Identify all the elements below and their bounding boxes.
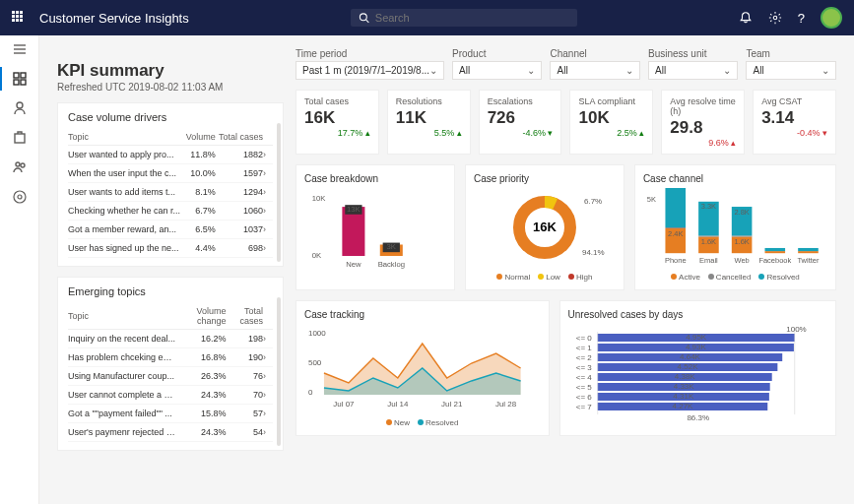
bell-icon[interactable]	[739, 11, 753, 25]
priority-title: Case priority	[474, 173, 616, 184]
table-row[interactable]: User cannot complete a p...24.3%70›	[68, 386, 273, 405]
app-launcher-icon[interactable]	[12, 11, 26, 25]
svg-text:<= 2: <= 2	[575, 353, 592, 362]
nav-dashboard[interactable]	[12, 71, 28, 87]
kpi-card[interactable]: Total cases 16K 17.7% ▴	[296, 90, 379, 155]
table-cell: 54	[227, 423, 263, 442]
table-row[interactable]: Inquiry on the recent deal...16.2%198›	[68, 330, 273, 348]
legend-item: Normal	[496, 273, 530, 282]
filter-select-product[interactable]: All⌄	[452, 61, 543, 80]
kpi-delta: 2.5% ▴	[578, 128, 644, 138]
search-box[interactable]	[351, 9, 577, 27]
table-row[interactable]: Got a member reward, an...6.5%1037›	[68, 220, 273, 239]
kpi-label: Avg resolve time (h)	[670, 96, 736, 116]
filter-select-team[interactable]: All⌄	[746, 61, 836, 80]
legend-item: Active	[671, 273, 700, 282]
table-cell: 1060	[216, 202, 263, 220]
hamburger-icon[interactable]	[12, 41, 28, 57]
unresolved-card: Unresolved cases by days 100%<= 04.95K<=…	[559, 300, 836, 436]
unresolved-chart: 100%<= 04.95K<= 14.93K<= 24.64K<= 34.52K…	[568, 324, 827, 422]
svg-text:3K: 3K	[387, 242, 397, 251]
table-cell: 70	[227, 386, 263, 405]
kpi-delta: -4.6% ▾	[488, 128, 554, 138]
table-row[interactable]: Checking whether he can r...6.7%1060›	[68, 202, 273, 220]
svg-text:16K: 16K	[533, 220, 557, 234]
svg-rect-6	[14, 73, 19, 78]
table-cell: 1597	[216, 164, 263, 183]
svg-text:Web: Web	[734, 256, 749, 265]
kpi-value: 11K	[396, 108, 462, 128]
table-cell: 6.7%	[184, 202, 216, 220]
svg-text:94.1%: 94.1%	[582, 248, 605, 257]
scrollbar[interactable]	[277, 297, 281, 446]
table-cell: 10.0%	[184, 164, 216, 183]
case-priority-card: Case priority 16K6.7%94.1% NormalLowHigh	[465, 164, 624, 290]
filter-select-channel[interactable]: All⌄	[550, 61, 640, 80]
svg-rect-46	[732, 235, 753, 236]
nav-person[interactable]	[12, 100, 28, 116]
svg-text:Email: Email	[699, 256, 718, 265]
kpi-label: Avg CSAT	[761, 96, 827, 106]
case-tracking-card: Case tracking 10005000Jul 07Jul 14Jul 21…	[296, 300, 550, 436]
kpi-card[interactable]: Resolutions 11K 5.5% ▴	[387, 90, 471, 155]
drivers-title: Case volume drivers	[68, 111, 273, 123]
table-row[interactable]: User wants to add items t...8.1%1294›	[68, 183, 273, 202]
svg-text:4.93K: 4.93K	[685, 343, 706, 351]
svg-rect-51	[764, 248, 785, 251]
svg-text:100%: 100%	[786, 325, 806, 334]
kpi-card[interactable]: SLA compliant 10K 2.5% ▴	[569, 90, 653, 155]
search-input[interactable]	[375, 12, 569, 24]
svg-text:3.3K: 3.3K	[701, 202, 716, 211]
svg-text:1.6K: 1.6K	[734, 237, 749, 246]
table-cell: 6.5%	[184, 220, 216, 239]
kpi-card[interactable]: Avg resolve time (h) 29.8 9.6% ▴	[661, 90, 745, 155]
svg-text:Twitter: Twitter	[797, 256, 820, 265]
kpi-value: 3.14	[761, 108, 827, 128]
table-row[interactable]: User has signed up the ne...4.4%698›	[68, 239, 273, 258]
table-row[interactable]: When the user input the c...10.0%1597›	[68, 164, 273, 183]
table-row[interactable]: Got a ""payment failed"" ...15.8%57›	[68, 405, 273, 423]
chevron-down-icon: ⌄	[625, 65, 633, 76]
table-cell: Inquiry on the recent deal...	[68, 330, 176, 348]
table-row[interactable]: Has problem chceking exp...16.8%190›	[68, 348, 273, 367]
table-cell: When the user input the c...	[68, 164, 184, 183]
case-volume-drivers-card: Case volume drivers TopicVolumeTotal cas…	[57, 102, 284, 267]
svg-text:<= 7: <= 7	[575, 403, 592, 411]
table-cell: 16.2%	[176, 330, 227, 348]
nav-cases[interactable]	[12, 130, 28, 146]
svg-text:4.31K: 4.31K	[673, 392, 694, 401]
svg-text:Phone: Phone	[665, 256, 687, 265]
svg-text:0: 0	[308, 388, 313, 397]
table-cell: 1294	[216, 183, 263, 202]
table-cell: User's paymenr rejected d...	[68, 423, 176, 442]
svg-rect-54	[798, 248, 819, 251]
help-icon[interactable]: ?	[798, 11, 805, 26]
kpi-card[interactable]: Avg CSAT 3.14 -0.4% ▾	[753, 90, 836, 155]
avatar[interactable]	[821, 7, 842, 29]
filter-select-business_unit[interactable]: All⌄	[648, 61, 739, 80]
table-row[interactable]: User wanted to apply pro...11.8%1882›	[68, 146, 273, 164]
nav-people[interactable]	[12, 159, 28, 175]
svg-point-15	[14, 191, 26, 203]
filter-label-team: Team	[746, 48, 769, 59]
svg-text:New: New	[346, 261, 361, 270]
table-row[interactable]: User's paymenr rejected d...24.3%54›	[68, 423, 273, 442]
kpi-card[interactable]: Escalations 726 -4.6% ▾	[479, 90, 562, 155]
nav-settings[interactable]	[12, 189, 28, 205]
svg-point-14	[18, 195, 22, 199]
svg-text:Facebook: Facebook	[758, 256, 791, 265]
gear-icon[interactable]	[768, 11, 782, 25]
table-cell: 1882	[216, 146, 263, 164]
svg-text:6.7%: 6.7%	[584, 197, 602, 206]
tracking-title: Case tracking	[304, 309, 541, 320]
svg-text:2.8K: 2.8K	[734, 208, 749, 217]
table-row[interactable]: Using Manufacturer coup...26.3%76›	[68, 367, 273, 386]
filter-select-time_period[interactable]: Past 1 m (2019/7/1–2019/8...⌄	[296, 61, 444, 80]
svg-text:4.38K: 4.38K	[674, 372, 695, 381]
kpi-label: Escalations	[488, 96, 554, 106]
scrollbar[interactable]	[277, 123, 281, 262]
legend-item: New	[386, 418, 410, 427]
table-cell: User wants to add items t...	[68, 183, 184, 202]
svg-text:0K: 0K	[312, 251, 322, 260]
svg-text:500: 500	[308, 358, 322, 367]
